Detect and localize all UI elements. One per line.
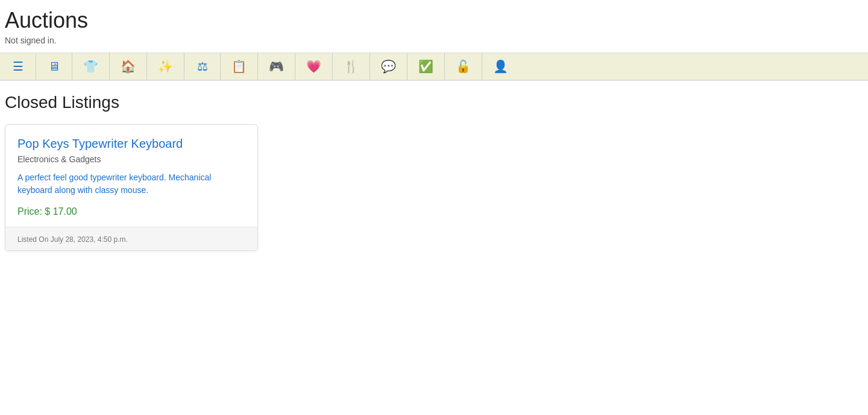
nav-all-listings[interactable]: ☰ [0,53,36,80]
page-title: Auctions [5,7,863,33]
nav-health[interactable]: 💗 [295,53,333,80]
nav-electronics[interactable]: 🖥 [36,53,72,80]
price-value: $ 17.00 [45,206,77,217]
nav-food[interactable]: 🍴 [333,53,370,80]
nav-books[interactable]: 📋 [221,53,258,80]
listing-category: Electronics & Gadgets [17,154,245,164]
main-content: Closed Listings Pop Keys Typewriter Keyb… [0,81,868,263]
nav-tasks[interactable]: ✅ [407,53,445,80]
listed-date-value: July 28, 2023, 4:50 p.m. [51,235,128,244]
listing-title[interactable]: Pop Keys Typewriter Keyboard [17,137,245,151]
nav-clothing[interactable]: 👕 [72,53,110,80]
listing-card-footer: Listed On July 28, 2023, 4:50 p.m. [5,227,257,250]
nav-bar: ☰ 🖥 👕 🏠 ✨ ⚖ 📋 🎮 💗 🍴 💬 ✅ 🔓 👤 [0,52,868,80]
listings-grid: Pop Keys Typewriter Keyboard Electronics… [5,124,863,251]
page-header: Auctions Not signed in. [0,0,868,48]
listing-card: Pop Keys Typewriter Keyboard Electronics… [5,124,258,251]
auth-status: Not signed in. [5,36,863,45]
nav-signin[interactable]: 🔓 [445,53,482,80]
price-label: Price: [17,206,45,217]
nav-home[interactable]: 🏠 [110,53,147,80]
listing-date: Listed On July 28, 2023, 4:50 p.m. [17,235,128,244]
listing-card-body: Pop Keys Typewriter Keyboard Electronics… [5,125,257,227]
listing-price: Price: $ 17.00 [17,206,245,217]
section-title: Closed Listings [5,93,863,112]
nav-register[interactable]: 👤 [482,53,519,80]
nav-fitness[interactable]: ⚖ [184,53,221,80]
nav-magic[interactable]: ✨ [147,53,184,80]
listed-on-label: Listed On [17,235,51,244]
nav-accessories[interactable]: 💬 [370,53,407,80]
listing-description: A perfect feel good typewriter keyboard.… [17,171,245,197]
nav-gaming[interactable]: 🎮 [258,53,295,80]
